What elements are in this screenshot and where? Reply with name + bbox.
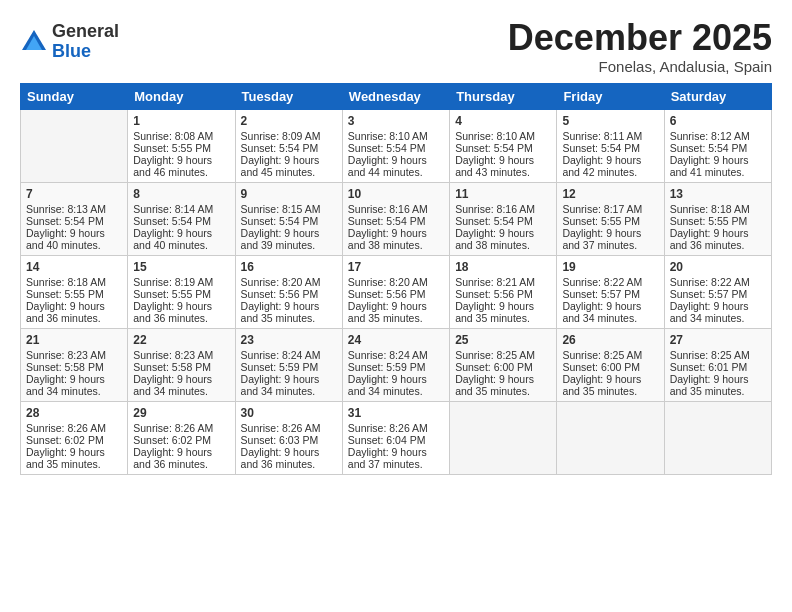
sunrise-text: Sunrise: 8:10 AM	[348, 130, 444, 142]
sunset-text: Sunset: 5:55 PM	[133, 288, 229, 300]
calendar-cell: 25Sunrise: 8:25 AMSunset: 6:00 PMDayligh…	[450, 328, 557, 401]
sunrise-text: Sunrise: 8:11 AM	[562, 130, 658, 142]
day-number: 14	[26, 260, 122, 274]
sunrise-text: Sunrise: 8:15 AM	[241, 203, 337, 215]
day-number: 10	[348, 187, 444, 201]
daylight-text: Daylight: 9 hours and 45 minutes.	[241, 154, 337, 178]
day-number: 25	[455, 333, 551, 347]
sunrise-text: Sunrise: 8:21 AM	[455, 276, 551, 288]
calendar-cell	[557, 401, 664, 474]
calendar-cell: 7Sunrise: 8:13 AMSunset: 5:54 PMDaylight…	[21, 182, 128, 255]
sunrise-text: Sunrise: 8:18 AM	[670, 203, 766, 215]
calendar-week-3: 14Sunrise: 8:18 AMSunset: 5:55 PMDayligh…	[21, 255, 772, 328]
day-number: 4	[455, 114, 551, 128]
day-number: 17	[348, 260, 444, 274]
calendar-cell: 15Sunrise: 8:19 AMSunset: 5:55 PMDayligh…	[128, 255, 235, 328]
calendar-cell: 23Sunrise: 8:24 AMSunset: 5:59 PMDayligh…	[235, 328, 342, 401]
daylight-text: Daylight: 9 hours and 42 minutes.	[562, 154, 658, 178]
calendar-week-4: 21Sunrise: 8:23 AMSunset: 5:58 PMDayligh…	[21, 328, 772, 401]
calendar-cell: 30Sunrise: 8:26 AMSunset: 6:03 PMDayligh…	[235, 401, 342, 474]
col-header-monday: Monday	[128, 83, 235, 109]
sunset-text: Sunset: 5:57 PM	[670, 288, 766, 300]
sunset-text: Sunset: 6:03 PM	[241, 434, 337, 446]
sunrise-text: Sunrise: 8:12 AM	[670, 130, 766, 142]
calendar-cell: 4Sunrise: 8:10 AMSunset: 5:54 PMDaylight…	[450, 109, 557, 182]
col-header-sunday: Sunday	[21, 83, 128, 109]
daylight-text: Daylight: 9 hours and 35 minutes.	[26, 446, 122, 470]
calendar-cell: 20Sunrise: 8:22 AMSunset: 5:57 PMDayligh…	[664, 255, 771, 328]
daylight-text: Daylight: 9 hours and 41 minutes.	[670, 154, 766, 178]
logo-general: General	[52, 21, 119, 41]
header: General Blue December 2025 Fonelas, Anda…	[20, 18, 772, 75]
sunrise-text: Sunrise: 8:23 AM	[26, 349, 122, 361]
sunset-text: Sunset: 5:56 PM	[348, 288, 444, 300]
calendar-cell: 27Sunrise: 8:25 AMSunset: 6:01 PMDayligh…	[664, 328, 771, 401]
sunrise-text: Sunrise: 8:26 AM	[348, 422, 444, 434]
sunset-text: Sunset: 5:56 PM	[455, 288, 551, 300]
calendar-cell: 16Sunrise: 8:20 AMSunset: 5:56 PMDayligh…	[235, 255, 342, 328]
sunrise-text: Sunrise: 8:22 AM	[562, 276, 658, 288]
sunset-text: Sunset: 5:58 PM	[133, 361, 229, 373]
col-header-thursday: Thursday	[450, 83, 557, 109]
day-number: 27	[670, 333, 766, 347]
logo-blue: Blue	[52, 41, 91, 61]
sunrise-text: Sunrise: 8:14 AM	[133, 203, 229, 215]
daylight-text: Daylight: 9 hours and 34 minutes.	[26, 373, 122, 397]
day-number: 16	[241, 260, 337, 274]
sunset-text: Sunset: 6:00 PM	[455, 361, 551, 373]
logo: General Blue	[20, 22, 119, 62]
logo-icon	[20, 28, 48, 56]
day-number: 15	[133, 260, 229, 274]
calendar-cell: 5Sunrise: 8:11 AMSunset: 5:54 PMDaylight…	[557, 109, 664, 182]
daylight-text: Daylight: 9 hours and 36 minutes.	[133, 446, 229, 470]
sunrise-text: Sunrise: 8:23 AM	[133, 349, 229, 361]
sunset-text: Sunset: 6:01 PM	[670, 361, 766, 373]
daylight-text: Daylight: 9 hours and 36 minutes.	[26, 300, 122, 324]
sunset-text: Sunset: 5:54 PM	[670, 142, 766, 154]
calendar-cell: 17Sunrise: 8:20 AMSunset: 5:56 PMDayligh…	[342, 255, 449, 328]
sunrise-text: Sunrise: 8:25 AM	[670, 349, 766, 361]
sunset-text: Sunset: 5:59 PM	[348, 361, 444, 373]
day-number: 29	[133, 406, 229, 420]
calendar-cell: 29Sunrise: 8:26 AMSunset: 6:02 PMDayligh…	[128, 401, 235, 474]
daylight-text: Daylight: 9 hours and 35 minutes.	[241, 300, 337, 324]
calendar-cell: 19Sunrise: 8:22 AMSunset: 5:57 PMDayligh…	[557, 255, 664, 328]
sunset-text: Sunset: 5:54 PM	[241, 142, 337, 154]
day-number: 13	[670, 187, 766, 201]
day-number: 22	[133, 333, 229, 347]
daylight-text: Daylight: 9 hours and 39 minutes.	[241, 227, 337, 251]
calendar-cell: 8Sunrise: 8:14 AMSunset: 5:54 PMDaylight…	[128, 182, 235, 255]
sunrise-text: Sunrise: 8:20 AM	[241, 276, 337, 288]
calendar-cell: 1Sunrise: 8:08 AMSunset: 5:55 PMDaylight…	[128, 109, 235, 182]
day-number: 7	[26, 187, 122, 201]
location: Fonelas, Andalusia, Spain	[508, 58, 772, 75]
sunset-text: Sunset: 5:55 PM	[26, 288, 122, 300]
sunset-text: Sunset: 5:54 PM	[455, 215, 551, 227]
calendar-cell	[21, 109, 128, 182]
sunrise-text: Sunrise: 8:26 AM	[26, 422, 122, 434]
sunrise-text: Sunrise: 8:25 AM	[455, 349, 551, 361]
day-number: 8	[133, 187, 229, 201]
calendar-cell: 14Sunrise: 8:18 AMSunset: 5:55 PMDayligh…	[21, 255, 128, 328]
sunrise-text: Sunrise: 8:16 AM	[455, 203, 551, 215]
sunset-text: Sunset: 6:04 PM	[348, 434, 444, 446]
sunset-text: Sunset: 6:02 PM	[26, 434, 122, 446]
sunrise-text: Sunrise: 8:19 AM	[133, 276, 229, 288]
day-number: 31	[348, 406, 444, 420]
day-number: 18	[455, 260, 551, 274]
calendar-cell: 3Sunrise: 8:10 AMSunset: 5:54 PMDaylight…	[342, 109, 449, 182]
logo-text: General Blue	[52, 22, 119, 62]
col-header-tuesday: Tuesday	[235, 83, 342, 109]
day-number: 6	[670, 114, 766, 128]
sunrise-text: Sunrise: 8:18 AM	[26, 276, 122, 288]
day-number: 21	[26, 333, 122, 347]
day-number: 23	[241, 333, 337, 347]
daylight-text: Daylight: 9 hours and 35 minutes.	[455, 300, 551, 324]
daylight-text: Daylight: 9 hours and 36 minutes.	[670, 227, 766, 251]
day-number: 26	[562, 333, 658, 347]
calendar-header-row: SundayMondayTuesdayWednesdayThursdayFrid…	[21, 83, 772, 109]
sunrise-text: Sunrise: 8:17 AM	[562, 203, 658, 215]
calendar-cell: 22Sunrise: 8:23 AMSunset: 5:58 PMDayligh…	[128, 328, 235, 401]
sunset-text: Sunset: 5:54 PM	[348, 142, 444, 154]
day-number: 9	[241, 187, 337, 201]
